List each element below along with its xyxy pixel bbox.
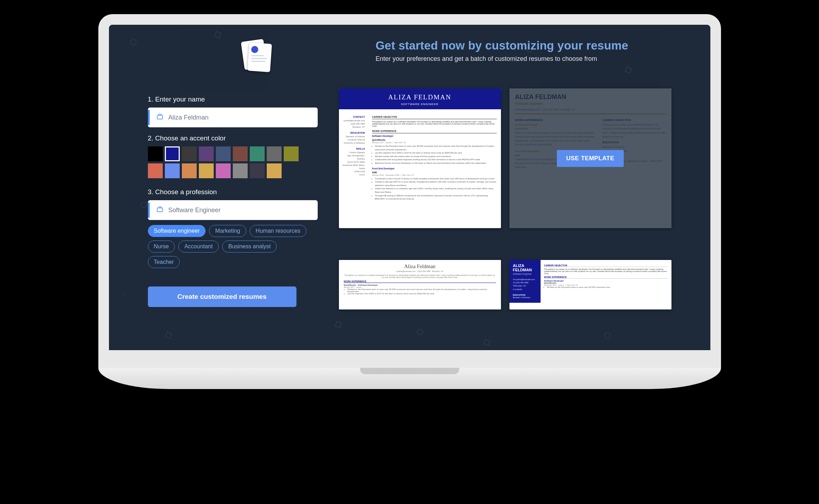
briefcase-icon xyxy=(156,113,163,122)
objective-text: Throughout my career as a software devel… xyxy=(372,121,497,127)
profession-input-wrap[interactable] xyxy=(148,200,318,220)
create-resumes-button[interactable]: Create customized resumes xyxy=(148,286,296,307)
color-swatch[interactable] xyxy=(199,163,214,178)
form-column: 1. Enter your name 2. Choose an accent c… xyxy=(148,42,318,332)
objective-text: Throughout my career as a software devel… xyxy=(344,274,496,278)
objective-text: Throughout my career as a software devel… xyxy=(544,268,668,274)
preview-name: ALIZA FELDMAN xyxy=(339,93,501,101)
section-skills: SKILLS xyxy=(342,147,365,150)
page-title: Get started now by customizing your resu… xyxy=(376,39,671,52)
resume-stack-icon xyxy=(240,39,273,73)
skills-text: Python (Django)SQL (PostgreSQL, MySQL)Cl… xyxy=(342,151,365,176)
color-swatch[interactable] xyxy=(250,146,265,161)
color-swatch[interactable] xyxy=(250,163,265,178)
job1-bullets: Worked on the Payments team to save over… xyxy=(347,288,496,295)
color-swatch[interactable] xyxy=(182,163,197,178)
profession-chip[interactable]: Marketing xyxy=(209,225,246,237)
profession-chips: Software engineerMarketingHuman resource… xyxy=(148,225,311,268)
name-input-wrap[interactable] xyxy=(148,108,318,127)
step3-label: 3. Choose a profession xyxy=(148,188,318,196)
profession-chip[interactable]: Nurse xyxy=(148,241,175,253)
color-swatch[interactable] xyxy=(233,146,248,161)
job1-bullets: Worked on the Payments team to save over… xyxy=(375,145,497,165)
resume-preview-1[interactable]: ALIZA FELDMAN SOFTWARE ENGINEER CONTACT … xyxy=(339,88,501,228)
name-input[interactable] xyxy=(168,114,311,121)
contact-line: cynthia@example.com (123) 456-7890 Brook… xyxy=(344,270,496,272)
resume-preview-3[interactable]: Aliza Feldman cynthia@example.com (123) … xyxy=(339,260,501,309)
preview-role: SOFTWARE ENGINEER xyxy=(339,103,501,106)
contact-city: Brooklyn, NY xyxy=(342,126,365,129)
laptop-screen: Get started now by customizing your resu… xyxy=(98,14,721,368)
job2-title: Front End Developer xyxy=(372,167,497,170)
color-swatch[interactable] xyxy=(284,146,299,161)
color-swatch[interactable] xyxy=(199,146,214,161)
color-swatch[interactable] xyxy=(182,146,197,161)
contact-email: cynthia@example.com xyxy=(342,119,365,122)
color-swatch[interactable] xyxy=(165,163,180,178)
section-education: EDUCATION xyxy=(342,132,365,134)
color-swatch[interactable] xyxy=(148,146,163,161)
edu-degree: Bachelor of Science xyxy=(342,135,365,138)
job2-company: AMK xyxy=(372,171,497,174)
section-work: WORK EXPERIENCE xyxy=(344,280,496,283)
svg-rect-1 xyxy=(157,208,162,212)
profession-chip[interactable]: Accountant xyxy=(178,241,219,253)
contact-phone: (123) 456-7890 xyxy=(342,122,365,126)
job1-title: Software Developer xyxy=(372,135,497,137)
profession-chip[interactable]: Software engineer xyxy=(148,225,206,237)
page-header: Get started now by customizing your resu… xyxy=(148,39,671,63)
color-swatch[interactable] xyxy=(267,163,282,178)
section-objective: CAREER OBJECTIVE xyxy=(544,264,668,267)
color-swatch[interactable] xyxy=(148,163,163,178)
profession-chip[interactable]: Business analyst xyxy=(222,241,277,253)
color-swatch[interactable] xyxy=(216,146,231,161)
section-objective: CAREER OBJECTIVE xyxy=(372,116,497,119)
color-swatch[interactable] xyxy=(267,146,282,161)
edu-school: University of Delaware xyxy=(342,141,365,145)
color-swatches xyxy=(148,146,304,178)
page-subtitle: Enter your preferences and get a batch o… xyxy=(376,55,671,63)
laptop-frame: Get started now by customizing your resu… xyxy=(98,14,721,400)
section-contact: CONTACT xyxy=(342,116,365,118)
hover-overlay: USE TEMPLATE xyxy=(509,88,671,228)
step2-label: 2. Choose an accent color xyxy=(148,134,318,142)
profession-chip[interactable]: Human resources xyxy=(250,225,306,237)
previews-grid: ALIZA FELDMAN SOFTWARE ENGINEER CONTACT … xyxy=(339,88,671,332)
resume-preview-2[interactable]: ALIZA FELDMAN Software Engineer cynthia@… xyxy=(509,88,671,228)
use-template-button[interactable]: USE TEMPLATE xyxy=(557,150,623,167)
color-swatch[interactable] xyxy=(165,146,180,161)
preview-name: Aliza Feldman xyxy=(344,263,496,270)
preview-role: Software Engineer xyxy=(513,273,537,275)
section-work: WORK EXPERIENCE xyxy=(544,276,668,279)
profession-input[interactable] xyxy=(168,207,311,214)
step1-label: 1. Enter your name xyxy=(148,95,318,103)
job1-company: QuickBooks xyxy=(372,139,497,141)
resume-preview-4[interactable]: ALIZA FELDMAN Software Engineer ✉ cynthi… xyxy=(509,260,671,309)
laptop-base xyxy=(98,368,721,389)
preview-name: ALIZA FELDMAN xyxy=(513,263,537,272)
app-root: Get started now by customizing your resu… xyxy=(109,25,710,350)
color-swatch[interactable] xyxy=(233,163,248,178)
svg-rect-0 xyxy=(157,115,162,119)
color-swatch[interactable] xyxy=(216,163,231,178)
job1-bullets: Worked on the Payments team to save over… xyxy=(547,286,668,288)
edu-major: Computer Science xyxy=(342,138,365,141)
briefcase-icon xyxy=(156,206,163,214)
profession-chip[interactable]: Teacher xyxy=(148,256,180,268)
job2-bullets: Contributed to the in-house UI library t… xyxy=(375,177,497,201)
section-work: WORK EXPERIENCE xyxy=(372,130,497,133)
